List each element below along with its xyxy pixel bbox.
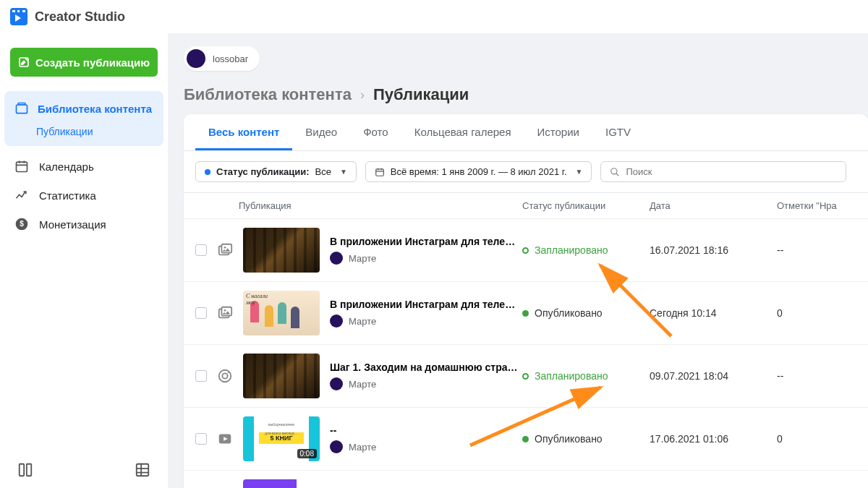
sidebar-item-calendar[interactable]: Календарь	[0, 152, 168, 181]
thumbnail[interactable]	[243, 479, 320, 488]
svg-point-10	[611, 168, 617, 174]
tab-all[interactable]: Весь контент	[195, 114, 292, 150]
post-likes: --	[777, 244, 856, 256]
author-name: Марте	[349, 316, 376, 327]
thumbnail[interactable]	[243, 228, 320, 273]
table-row[interactable]: Шаг 1. Заходим на домашнюю страницу F…Ма…	[184, 345, 868, 408]
account-selector[interactable]: lossobar	[184, 46, 260, 71]
creator-studio-logo-icon	[10, 8, 27, 25]
sidebar-sub-publications[interactable]: Публикации	[4, 123, 163, 139]
post-likes: 0	[777, 307, 856, 319]
svg-rect-7	[27, 464, 31, 476]
grid-toggle-icon[interactable]	[135, 462, 150, 478]
compose-icon	[18, 56, 30, 68]
thumbnail[interactable]: 0:08	[243, 416, 320, 461]
status-dot-icon	[522, 247, 529, 254]
row-checkbox[interactable]	[195, 307, 207, 319]
sidebar: Создать публикацию Библиотека контента П…	[0, 33, 168, 488]
status-dot-icon	[522, 310, 529, 317]
thumbnail[interactable]	[243, 354, 320, 398]
table-header: Публикация Статус публикации Дата Отметк…	[184, 193, 868, 219]
stats-icon	[14, 188, 29, 202]
crumb-library[interactable]: Библиотека контента	[184, 85, 352, 104]
tab-stories[interactable]: Истории	[524, 114, 592, 150]
table-row[interactable]: Опубликовано17.06.2021 01:040	[184, 471, 868, 488]
col-status[interactable]: Статус публикации	[522, 200, 650, 211]
sidebar-item-library[interactable]: Библиотека контента Публикации	[4, 91, 163, 146]
author-avatar	[330, 377, 343, 390]
svg-point-19	[228, 372, 229, 374]
sidebar-item-stats[interactable]: Статистика	[0, 181, 168, 210]
post-date: 16.07.2021 18:16	[650, 244, 777, 256]
sidebar-item-monetization[interactable]: $ Монетизация	[0, 210, 168, 239]
search-box[interactable]	[600, 161, 846, 182]
status-label: Запланировано	[535, 244, 608, 256]
col-likes[interactable]: Отметки "Нра	[777, 200, 856, 211]
svg-rect-15	[221, 307, 231, 316]
library-icon	[14, 101, 29, 116]
row-checkbox[interactable]	[195, 244, 207, 256]
post-date: 09.07.2021 18:04	[650, 370, 777, 382]
table-row[interactable]: 0:08--МартеОпубликовано17.06.2021 01:060	[184, 408, 868, 471]
post-title[interactable]: В приложении Инстаграм для телефона и…	[330, 236, 522, 247]
post-title[interactable]: Шаг 1. Заходим на домашнюю страницу F…	[330, 361, 522, 373]
svg-point-13	[224, 247, 226, 249]
tab-video[interactable]: Видео	[292, 114, 350, 150]
col-date[interactable]: Дата	[650, 200, 777, 211]
content-type-icon	[217, 431, 233, 447]
svg-rect-3	[17, 162, 27, 171]
create-post-button[interactable]: Создать публикацию	[10, 48, 158, 77]
author-avatar	[330, 440, 343, 453]
main-content: lossobar Библиотека контента › Публикаци…	[168, 33, 868, 488]
filter-bar: Статус публикации: Все ▼ Всё время: 1 ян…	[184, 151, 868, 193]
post-title[interactable]: --	[330, 424, 522, 436]
status-label: Опубликовано	[535, 433, 603, 445]
tab-carousel[interactable]: Кольцевая галерея	[401, 114, 524, 150]
col-publication[interactable]: Публикация	[236, 200, 522, 211]
author-name: Марте	[349, 253, 376, 264]
status-label: Опубликовано	[535, 307, 603, 319]
content-type-icon	[217, 305, 233, 321]
filter-date-range[interactable]: Всё время: 1 янв 2009 г. — 8 июл 2021 г.…	[365, 161, 592, 182]
svg-rect-1	[17, 105, 27, 114]
post-date: Сегодня 10:14	[650, 307, 777, 319]
tab-photo[interactable]: Фото	[350, 114, 401, 150]
svg-point-17	[219, 370, 231, 382]
row-checkbox[interactable]	[195, 433, 207, 445]
filter-status[interactable]: Статус публикации: Все ▼	[195, 161, 357, 182]
status-dot-icon	[522, 373, 529, 380]
top-bar: Creator Studio	[0, 0, 868, 33]
svg-rect-2	[18, 103, 25, 106]
svg-rect-12	[221, 244, 231, 253]
create-post-label: Создать публикацию	[35, 56, 150, 69]
status-dot-icon	[522, 436, 529, 442]
search-input[interactable]	[626, 166, 837, 177]
content-tabs: Весь контент Видео Фото Кольцевая галере…	[184, 114, 868, 151]
thumbnail[interactable]	[243, 291, 320, 335]
post-likes: --	[777, 370, 856, 382]
post-title[interactable]: В приложении Инстаграм для телефона и…	[330, 299, 522, 310]
sidebar-label-calendar: Календарь	[39, 160, 94, 173]
avatar	[187, 49, 205, 68]
tab-igtv[interactable]: IGTV	[592, 114, 644, 150]
monetization-icon: $	[14, 217, 29, 231]
calendar-icon	[14, 159, 29, 174]
svg-rect-9	[376, 168, 384, 175]
content-type-icon	[217, 242, 233, 258]
chevron-down-icon: ▼	[340, 168, 347, 176]
content-type-icon	[217, 368, 233, 384]
chevron-right-icon: ›	[360, 87, 365, 103]
author-name: Марте	[349, 442, 376, 453]
row-checkbox[interactable]	[195, 370, 207, 382]
svg-text:$: $	[20, 220, 24, 228]
chevron-down-icon: ▼	[576, 168, 583, 176]
table-row[interactable]: В приложении Инстаграм для телефона и…Ма…	[184, 219, 868, 282]
svg-point-16	[224, 309, 226, 312]
table-row[interactable]: В приложении Инстаграм для телефона и…Ма…	[184, 282, 868, 345]
layout-toggle-icon[interactable]	[17, 462, 33, 478]
author-name: Марте	[349, 379, 376, 390]
breadcrumb: Библиотека контента › Публикации	[184, 85, 868, 104]
author-avatar	[330, 314, 343, 328]
sidebar-label-library: Библиотека контента	[38, 103, 152, 115]
sidebar-label-stats: Статистика	[39, 189, 96, 202]
